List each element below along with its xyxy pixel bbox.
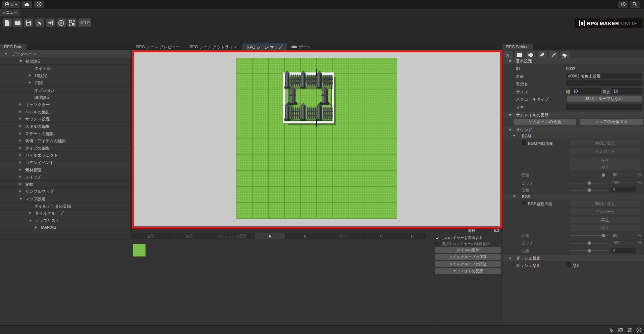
- cache-off-icon[interactable]: [617, 327, 624, 333]
- tree-item-素材管理[interactable]: 素材管理: [0, 166, 131, 174]
- grass-tile[interactable]: [365, 122, 381, 138]
- grass-tile[interactable]: [317, 138, 333, 154]
- tree-item-コモンイベント[interactable]: コモンイベント: [0, 159, 131, 166]
- open-project-button[interactable]: [13, 18, 22, 27]
- status-ok-icon[interactable]: [636, 327, 642, 333]
- foldout-closed-icon[interactable]: [19, 168, 21, 171]
- tree-item-タイルグループ[interactable]: タイルグループ: [0, 210, 131, 217]
- foldout-closed-icon[interactable]: [19, 190, 21, 192]
- grass-tile[interactable]: [333, 203, 349, 219]
- tree-item-オプション[interactable]: オプション: [0, 87, 131, 94]
- grass-tile[interactable]: [365, 154, 381, 170]
- BGM-auto-play-checkbox[interactable]: [522, 141, 526, 145]
- grass-tile[interactable]: [236, 90, 252, 106]
- tree-item-タイプの編集[interactable]: タイプの編集: [0, 145, 131, 152]
- BGS-pha-value[interactable]: 0: [611, 248, 636, 253]
- grass-tile[interactable]: [381, 74, 397, 90]
- grass-tile[interactable]: [268, 186, 284, 203]
- grass-tile[interactable]: [333, 186, 349, 203]
- palette-tab-A[interactable]: A: [255, 233, 285, 239]
- BGS-vol-value[interactable]: 90: [611, 233, 636, 238]
- grass-tile[interactable]: [268, 106, 284, 122]
- grass-tile[interactable]: [236, 186, 252, 203]
- palette-tab-影ペン[interactable]: 影ペン: [325, 233, 365, 239]
- tree-item-MAP001[interactable]: MAP001: [0, 224, 131, 231]
- cloud-button[interactable]: [21, 1, 32, 8]
- grass-tile[interactable]: [301, 170, 317, 186]
- foldout-closed-icon[interactable]: [19, 132, 21, 135]
- width-input[interactable]: 10: [571, 88, 601, 94]
- save-button[interactable]: [24, 18, 33, 27]
- subsection-BGS[interactable]: BGS: [502, 194, 644, 200]
- tree-item-変数[interactable]: 変数: [0, 181, 131, 188]
- grass-tile[interactable]: [236, 122, 252, 138]
- grass-tile[interactable]: [284, 203, 301, 219]
- grass-tile[interactable]: [236, 58, 252, 74]
- tree-item-サンプルマップ[interactable]: サンプルマップ: [0, 188, 131, 195]
- foldout-closed-icon[interactable]: [19, 175, 21, 178]
- grass-tile[interactable]: [333, 170, 349, 186]
- grass-tile[interactable]: [349, 154, 365, 170]
- slider-handle[interactable]: [602, 234, 605, 237]
- palette-tab-D[interactable]: D: [398, 233, 426, 239]
- grass-tile[interactable]: [381, 122, 397, 138]
- plastic-scm-button[interactable]: [34, 1, 44, 8]
- tree-item-UI設定[interactable]: UI設定: [0, 72, 131, 79]
- grass-tile[interactable]: [236, 154, 252, 170]
- grass-tile[interactable]: [381, 170, 397, 186]
- map-image-export-button[interactable]: マップの画像出力: [580, 119, 643, 125]
- foldout-closed-icon[interactable]: [19, 161, 21, 164]
- grass-tile[interactable]: [284, 138, 301, 154]
- section-dash-disable[interactable]: ダッシュ禁止: [502, 255, 644, 261]
- tree-item-バトルの編集[interactable]: バトルの編集: [0, 108, 131, 116]
- new-file-button[interactable]: [3, 18, 12, 27]
- foldout-closed-icon[interactable]: [19, 139, 21, 142]
- grass-tile[interactable]: [252, 138, 268, 154]
- grass-tile[interactable]: [301, 138, 317, 154]
- BGS-auto-play-checkbox[interactable]: [522, 201, 526, 205]
- section-sound[interactable]: サウンド: [502, 126, 644, 132]
- grass-tile[interactable]: [301, 186, 317, 203]
- foldout-closed-icon[interactable]: [19, 147, 21, 149]
- map-view[interactable]: [132, 50, 502, 228]
- highlight-layer-checkbox[interactable]: [435, 242, 439, 246]
- grass-tile[interactable]: [236, 74, 252, 90]
- grass-tile[interactable]: [284, 170, 301, 186]
- slider-handle[interactable]: [588, 181, 591, 185]
- BGM-pit-slider[interactable]: [570, 183, 608, 183]
- grass-tile-swatch[interactable]: [133, 244, 146, 257]
- BGS-pit-value[interactable]: 100: [611, 240, 636, 245]
- palette-button-タイルの追加[interactable]: タイルの追加: [435, 247, 501, 253]
- grass-tile[interactable]: [365, 138, 381, 154]
- BGM-pit-value[interactable]: 100: [611, 180, 636, 185]
- import-button[interactable]: [46, 18, 55, 27]
- tree-item-タイルデータの登録[interactable]: タイルデータの登録: [0, 203, 131, 210]
- BGS-select-button[interactable]: 0001 : なし: [570, 201, 640, 207]
- grass-tile[interactable]: [252, 106, 268, 122]
- grass-tile[interactable]: [252, 170, 268, 186]
- help-button[interactable]: HELP: [78, 18, 91, 27]
- BGM-pha-slider[interactable]: [570, 190, 608, 190]
- foldout-closed-icon[interactable]: [29, 74, 31, 77]
- foldout-closed-icon[interactable]: [19, 154, 21, 156]
- section-basic-settings[interactable]: 基本設定: [502, 58, 644, 64]
- BGM-vol-slider[interactable]: [570, 175, 608, 175]
- grass-tile[interactable]: [365, 58, 381, 74]
- foldout-closed-icon[interactable]: [29, 212, 31, 214]
- grass-tile[interactable]: [349, 170, 365, 186]
- grass-tile[interactable]: [381, 90, 397, 106]
- foldout-open-icon[interactable]: [19, 198, 22, 200]
- grass-tile[interactable]: [349, 106, 365, 122]
- subsection-BGM[interactable]: BGM: [502, 133, 644, 139]
- foldout-closed-icon[interactable]: [19, 117, 21, 120]
- grass-tile[interactable]: [349, 122, 365, 138]
- grass-tile[interactable]: [365, 90, 381, 106]
- grass-tile[interactable]: [317, 154, 333, 170]
- palette-tab-C[interactable]: C: [365, 233, 398, 239]
- foldout-open-icon[interactable]: [19, 60, 22, 62]
- grass-tile[interactable]: [349, 58, 365, 74]
- palette-button-タイルグループの保存[interactable]: タイルグループの保存: [435, 254, 501, 260]
- BGM-import-button[interactable]: インポート: [570, 148, 640, 154]
- tree-item-スキルの編集[interactable]: スキルの編集: [0, 123, 131, 130]
- grass-tile[interactable]: [333, 138, 349, 154]
